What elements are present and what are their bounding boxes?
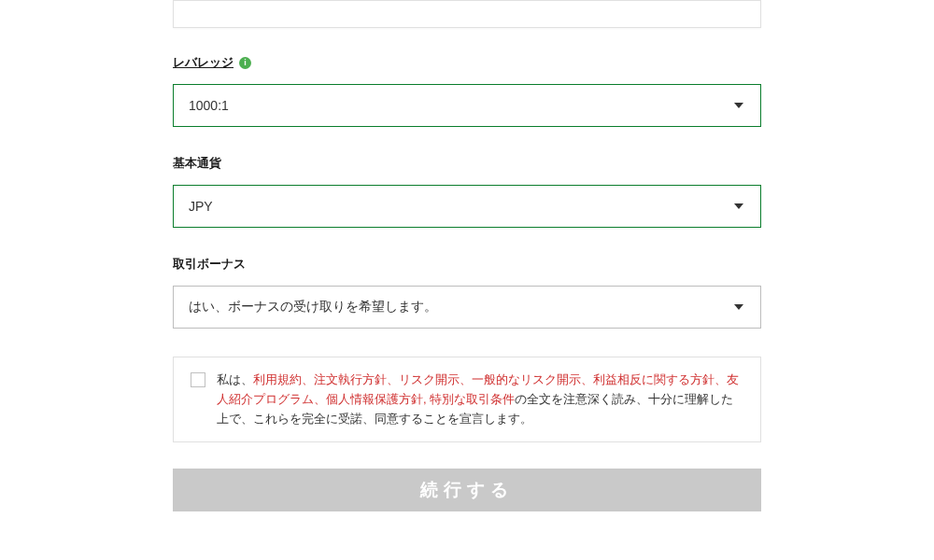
leverage-label-row: レバレッジ i	[173, 54, 761, 71]
leverage-value: 1000:1	[189, 98, 745, 113]
trading-bonus-label-row: 取引ボーナス	[173, 256, 761, 273]
leverage-select[interactable]: 1000:1	[173, 84, 761, 127]
chevron-down-icon	[734, 103, 743, 108]
base-currency-label: 基本通貨	[173, 155, 221, 172]
trading-bonus-field-group: 取引ボーナス はい、ボーナスの受け取りを希望します。	[173, 256, 761, 329]
chevron-down-icon	[734, 304, 743, 310]
agreement-checkbox[interactable]	[191, 372, 205, 387]
base-currency-select[interactable]: JPY	[173, 185, 761, 228]
leverage-field-group: レバレッジ i 1000:1	[173, 54, 761, 127]
base-currency-label-row: 基本通貨	[173, 155, 761, 172]
agreement-text: 私は、利用規約、注文執行方針、リスク開示、一般的なリスク開示、利益相反に関する方…	[217, 371, 743, 428]
trading-bonus-value: はい、ボーナスの受け取りを希望します。	[189, 299, 745, 315]
base-currency-field-group: 基本通貨 JPY	[173, 155, 761, 228]
info-icon[interactable]: i	[239, 57, 251, 69]
chevron-down-icon	[734, 203, 743, 209]
continue-button-label: 続行する	[420, 478, 514, 502]
agreement-box: 私は、利用規約、注文執行方針、リスク開示、一般的なリスク開示、利益相反に関する方…	[173, 357, 761, 442]
trading-bonus-label: 取引ボーナス	[173, 256, 246, 273]
trading-bonus-select[interactable]: はい、ボーナスの受け取りを希望します。	[173, 286, 761, 329]
continue-button[interactable]: 続行する	[173, 469, 761, 511]
leverage-label: レバレッジ	[173, 54, 234, 71]
empty-panel	[173, 0, 761, 28]
agreement-prefix: 私は、	[217, 372, 253, 386]
base-currency-value: JPY	[189, 199, 745, 214]
